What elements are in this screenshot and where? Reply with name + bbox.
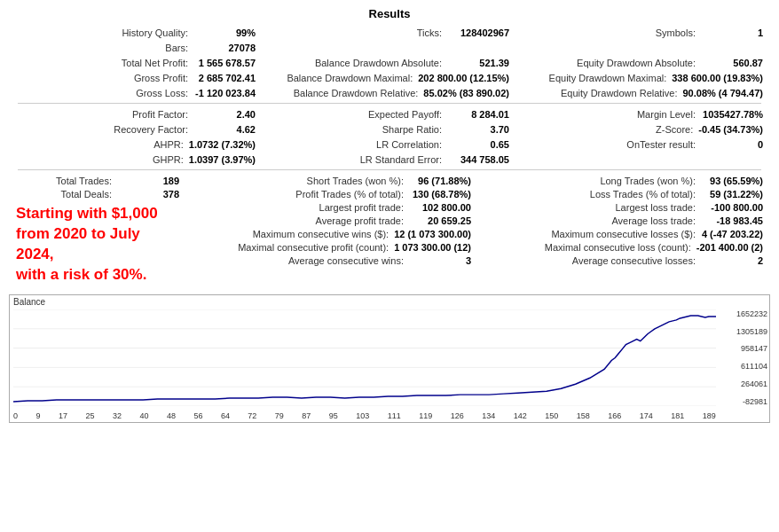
- x-label: 72: [248, 411, 256, 420]
- x-label: 119: [419, 411, 432, 420]
- tnp-value: 1 565 678.57: [193, 58, 256, 68]
- chart-label: Balance: [13, 297, 45, 307]
- x-label: 9: [35, 411, 40, 420]
- lrse-value: 344 758.05: [447, 154, 509, 165]
- ahpr-label: AHPR:: [16, 139, 189, 150]
- x-label: 181: [671, 411, 684, 420]
- pt-value: 130 (68.78%): [409, 189, 471, 200]
- gp-value: 2 685 702.41: [193, 73, 256, 83]
- edm-value: 338 600.00 (19.83%): [672, 73, 763, 83]
- lrse-label: LR Standard Error:: [270, 154, 447, 165]
- x-label: 111: [388, 411, 401, 420]
- bdm-value: 202 800.00 (12.15%): [418, 73, 509, 83]
- y-axis: 1652232 1305189 958147 611104 264061 -82…: [736, 309, 767, 406]
- mcp-value: 1 073 300.00 (12): [394, 242, 471, 253]
- ticks-label: Ticks:: [270, 27, 447, 38]
- tt-label: Total Trades:: [16, 176, 117, 186]
- lrc-label: LR Correlation:: [270, 139, 447, 150]
- balance-chart: Balance 1652232 1305189 958147 611104 26…: [9, 294, 770, 423]
- y-label-4: 611104: [741, 362, 767, 371]
- left-text-line2: from 2020 to July 2024,: [16, 224, 179, 265]
- ghpr-label: GHPR:: [16, 154, 189, 165]
- gp-label: Gross Profit:: [16, 73, 193, 83]
- ot-value: 0: [701, 139, 763, 150]
- x-label: 150: [545, 411, 558, 420]
- left-text-line3: with a risk of 30%.: [16, 265, 179, 286]
- bars-value: 27078: [193, 43, 256, 53]
- pf-label: Profit Factor:: [16, 109, 193, 120]
- tt-value: 189: [117, 176, 179, 186]
- hq-label: History Quality:: [16, 27, 193, 38]
- gl-value: -1 120 023.84: [193, 88, 256, 98]
- gl-label: Gross Loss:: [16, 88, 193, 98]
- acl-value: 2: [701, 255, 763, 266]
- apt-label: Average profit trade:: [193, 215, 409, 226]
- x-label: 158: [577, 411, 590, 420]
- mcl-label: Maximum consecutive losses ($):: [485, 229, 701, 239]
- mcp-label: Maximal consecutive profit (count):: [193, 242, 394, 253]
- mcl-value: 4 (-47 203.22): [701, 229, 763, 239]
- zs-label: Z-Score:: [523, 124, 698, 135]
- x-label: 166: [608, 411, 621, 420]
- x-label: 48: [167, 411, 176, 420]
- x-label: 189: [703, 411, 716, 420]
- x-label: 25: [85, 411, 94, 420]
- bdr-label: Balance Drawdown Relative:: [270, 88, 423, 98]
- edr-label: Equity Drawdown Relative:: [523, 88, 682, 98]
- st-value: 96 (71.88%): [409, 176, 471, 186]
- mcll-value: -201 400.00 (2): [696, 242, 763, 253]
- llt-value: -100 800.00: [701, 202, 763, 213]
- symbols-value: 1: [701, 27, 763, 38]
- x-label: 126: [451, 411, 464, 420]
- bdr-value: 85.02% (83 890.02): [423, 88, 509, 98]
- x-label: 0: [13, 411, 18, 420]
- mcw-label: Maximum consecutive wins ($):: [193, 229, 394, 239]
- rf-label: Recovery Factor:: [16, 124, 193, 135]
- acl-label: Average consecutive losses:: [485, 255, 701, 266]
- eda-value: 560.87: [701, 58, 763, 68]
- pf-value: 2.40: [193, 109, 256, 120]
- x-label: 64: [221, 411, 230, 420]
- apt-value: 20 659.25: [409, 215, 471, 226]
- pt-label: Profit Trades (% of total):: [193, 189, 409, 200]
- lrc-value: 0.65: [447, 139, 509, 150]
- x-label: 103: [356, 411, 369, 420]
- ot-label: OnTester result:: [523, 139, 701, 150]
- bda-label: Balance Drawdown Absolute:: [270, 58, 447, 68]
- x-label: 95: [329, 411, 338, 420]
- tnp-label: Total Net Profit:: [16, 58, 193, 68]
- x-label: 87: [302, 411, 311, 420]
- alt-value: -18 983.45: [701, 215, 763, 226]
- lpt-label: Largest profit trade:: [193, 202, 409, 213]
- ghpr-value: 1.0397 (3.97%): [189, 154, 256, 165]
- acw-value: 3: [409, 255, 471, 266]
- zs-value: -0.45 (34.73%): [698, 124, 763, 135]
- eda-label: Equity Drawdown Absolute:: [523, 58, 701, 68]
- st-label: Short Trades (won %):: [193, 176, 409, 186]
- bdm-label: Balance Drawdown Maximal:: [270, 73, 418, 83]
- alt-label: Average loss trade:: [485, 215, 701, 226]
- acw-label: Average consecutive wins:: [193, 255, 409, 266]
- x-label: 56: [193, 411, 202, 420]
- left-text-line1: Starting with $1,000: [16, 204, 179, 224]
- rf-value: 4.62: [193, 124, 256, 135]
- mcll-label: Maximal consecutive loss (count):: [485, 242, 696, 253]
- x-label: 79: [275, 411, 284, 420]
- td-label: Total Deals:: [16, 189, 117, 200]
- loss-t-value: 59 (31.22%): [701, 189, 763, 200]
- symbols-label: Symbols:: [523, 27, 701, 38]
- mcw-value: 12 (1 073 300.00): [394, 229, 471, 239]
- sr-label: Sharpe Ratio:: [270, 124, 447, 135]
- ahpr-value: 1.0732 (7.32%): [189, 139, 256, 150]
- x-label: 134: [482, 411, 495, 420]
- bars-label: Bars:: [16, 43, 193, 53]
- edr-value: 90.08% (4 794.47): [682, 88, 763, 98]
- lpt-value: 102 800.00: [409, 202, 471, 213]
- edm-label: Equity Drawdown Maximal:: [523, 73, 672, 83]
- ml-label: Margin Level:: [523, 109, 701, 120]
- ml-value: 1035427.78%: [701, 109, 763, 120]
- hq-value: 99%: [193, 27, 256, 38]
- y-label-3: 958147: [741, 344, 767, 353]
- llt-label: Largest loss trade:: [485, 202, 701, 213]
- bda-value: 521.39: [447, 58, 509, 68]
